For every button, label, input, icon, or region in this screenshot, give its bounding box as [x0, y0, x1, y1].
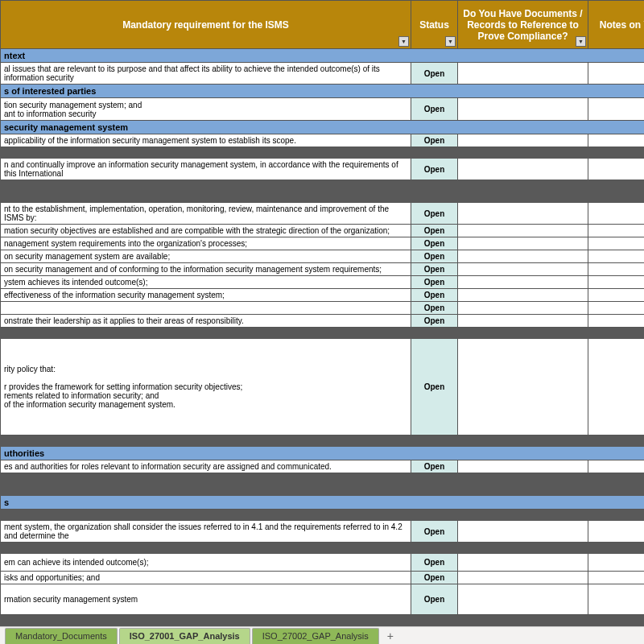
documents-cell[interactable] — [458, 134, 588, 147]
status-cell[interactable]: Open — [411, 98, 458, 121]
notes-cell[interactable] — [588, 63, 645, 85]
status-cell[interactable]: Open — [411, 250, 458, 263]
status-cell[interactable]: Open — [411, 225, 458, 237]
documents-cell[interactable] — [458, 263, 588, 276]
requirement-cell[interactable] — [1, 302, 411, 315]
notes-cell[interactable] — [588, 460, 645, 473]
documents-cell[interactable] — [458, 584, 588, 615]
requirement-cell[interactable]: nt to the establishment, implementation,… — [1, 203, 411, 225]
requirement-cell[interactable]: isks and opportunities; and — [1, 572, 411, 584]
notes-cell[interactable] — [588, 203, 645, 225]
sheet-tab[interactable]: ISO_27001_GAP_Analysis — [119, 628, 250, 644]
header-documents[interactable]: Do You Have Documents / Records to Refer… — [458, 1, 588, 49]
status-cell[interactable]: Open — [411, 63, 458, 85]
documents-cell[interactable] — [458, 572, 588, 584]
status-cell[interactable]: Open — [411, 302, 458, 315]
notes-cell[interactable] — [588, 159, 645, 180]
notes-cell[interactable] — [588, 554, 645, 572]
requirement-cell[interactable]: tion security management system; andant … — [1, 98, 411, 121]
section-title: uthorities — [1, 447, 645, 460]
header-status-label: Status — [419, 19, 449, 31]
status-cell[interactable]: Open — [411, 315, 458, 328]
requirement-cell[interactable]: ment system, the organization shall cons… — [1, 521, 411, 543]
requirement-cell[interactable]: onstrate their leadership as it applies … — [1, 315, 411, 328]
separator-row — [1, 328, 645, 339]
status-cell[interactable]: Open — [411, 237, 458, 250]
documents-cell[interactable] — [458, 289, 588, 302]
header-notes[interactable]: Notes on Your F — [588, 1, 645, 49]
status-cell[interactable]: Open — [411, 554, 458, 572]
status-cell[interactable]: Open — [411, 521, 458, 543]
status-cell[interactable]: Open — [411, 584, 458, 615]
status-cell[interactable]: Open — [411, 159, 458, 180]
notes-cell[interactable] — [588, 134, 645, 147]
requirement-cell[interactable]: rity policy that: r provides the framewo… — [1, 339, 411, 436]
filter-dropdown-icon[interactable]: ▼ — [445, 36, 456, 47]
requirement-cell[interactable]: n and continually improve an information… — [1, 159, 411, 180]
documents-cell[interactable] — [458, 460, 588, 473]
requirement-cell[interactable]: on security management and of conforming… — [1, 263, 411, 276]
documents-cell[interactable] — [458, 98, 588, 121]
documents-cell[interactable] — [458, 302, 588, 315]
notes-cell[interactable] — [588, 572, 645, 584]
header-status[interactable]: Status ▼ — [411, 1, 458, 49]
requirement-cell[interactable]: em can achieve its intended outcome(s); — [1, 554, 411, 572]
notes-cell[interactable] — [588, 237, 645, 250]
requirement-cell[interactable]: al issues that are relevant to its purpo… — [1, 63, 411, 85]
requirement-cell[interactable]: rmation security management system — [1, 584, 411, 615]
notes-cell[interactable] — [588, 289, 645, 302]
status-cell[interactable]: Open — [411, 289, 458, 302]
requirement-cell[interactable]: applicability of the information securit… — [1, 134, 411, 147]
documents-cell[interactable] — [458, 315, 588, 328]
notes-cell[interactable] — [588, 250, 645, 263]
table-row: tion security management system; andant … — [1, 98, 645, 121]
requirement-cell[interactable]: es and authorities for roles relevant to… — [1, 460, 411, 473]
sheet-tab[interactable]: Mandatory_Documents — [5, 628, 118, 644]
status-cell[interactable]: Open — [411, 460, 458, 473]
documents-cell[interactable] — [458, 339, 588, 436]
requirement-cell[interactable]: effectiveness of the information securit… — [1, 289, 411, 302]
table-row: onstrate their leadership as it applies … — [1, 315, 645, 328]
status-cell[interactable]: Open — [411, 203, 458, 225]
section-title: ntext — [1, 49, 645, 63]
notes-cell[interactable] — [588, 263, 645, 276]
separator-row — [1, 147, 645, 159]
documents-cell[interactable] — [458, 250, 588, 263]
notes-cell[interactable] — [588, 276, 645, 289]
documents-cell[interactable] — [458, 521, 588, 543]
status-cell[interactable]: Open — [411, 263, 458, 276]
notes-cell[interactable] — [588, 339, 645, 436]
section-title: security management system — [1, 121, 645, 134]
status-cell[interactable]: Open — [411, 134, 458, 147]
section-header-row: s of interested parties — [1, 85, 645, 98]
notes-cell[interactable] — [588, 315, 645, 328]
sheet-tab[interactable]: ISO_27002_GAP_Analysis — [252, 628, 379, 644]
status-cell[interactable]: Open — [411, 276, 458, 289]
notes-cell[interactable] — [588, 225, 645, 237]
header-notes-label: Notes on Your F — [600, 19, 644, 31]
documents-cell[interactable] — [458, 63, 588, 85]
notes-cell[interactable] — [588, 584, 645, 615]
filter-dropdown-icon[interactable]: ▼ — [398, 36, 409, 47]
documents-cell[interactable] — [458, 159, 588, 180]
table-row: ment system, the organization shall cons… — [1, 521, 645, 543]
requirement-cell[interactable]: on security management system are availa… — [1, 250, 411, 263]
notes-cell[interactable] — [588, 302, 645, 315]
requirement-cell[interactable]: ystem achieves its intended outcome(s); — [1, 276, 411, 289]
documents-cell[interactable] — [458, 276, 588, 289]
notes-cell[interactable] — [588, 521, 645, 543]
status-cell[interactable]: Open — [411, 572, 458, 584]
add-sheet-button[interactable]: + — [381, 628, 400, 644]
filter-dropdown-icon[interactable]: ▼ — [576, 36, 586, 47]
documents-cell[interactable] — [458, 225, 588, 237]
requirement-cell[interactable]: mation security objectives are establish… — [1, 225, 411, 237]
header-requirement[interactable]: Mandatory requirement for the ISMS ▼ — [1, 1, 411, 49]
table-body: ntextal issues that are relevant to its … — [1, 49, 645, 627]
documents-cell[interactable] — [458, 237, 588, 250]
notes-cell[interactable] — [588, 98, 645, 121]
table-row: nt to the establishment, implementation,… — [1, 203, 645, 225]
documents-cell[interactable] — [458, 203, 588, 225]
status-cell[interactable]: Open — [411, 339, 458, 436]
documents-cell[interactable] — [458, 554, 588, 572]
requirement-cell[interactable]: nanagement system requirements into the … — [1, 237, 411, 250]
